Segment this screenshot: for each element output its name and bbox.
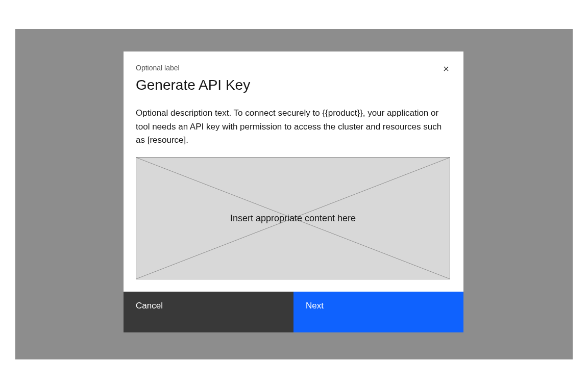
modal-body: Optional description text. To connect se… (124, 94, 463, 292)
modal-footer: Cancel Next (124, 292, 463, 332)
modal-description: Optional description text. To connect se… (136, 107, 451, 147)
modal-optional-label: Optional label (136, 64, 451, 72)
next-button[interactable]: Next (293, 292, 463, 332)
close-button[interactable] (438, 61, 454, 77)
close-icon (442, 64, 451, 73)
placeholder-text: Insert appropriate content here (230, 213, 356, 224)
content-placeholder: Insert appropriate content here (136, 157, 450, 279)
cancel-button[interactable]: Cancel (124, 292, 293, 332)
modal-title: Generate API Key (136, 76, 451, 94)
modal-dialog: Optional label Generate API Key Optional… (124, 51, 463, 332)
modal-header: Optional label Generate API Key (124, 51, 463, 94)
svg-marker-0 (444, 67, 449, 71)
